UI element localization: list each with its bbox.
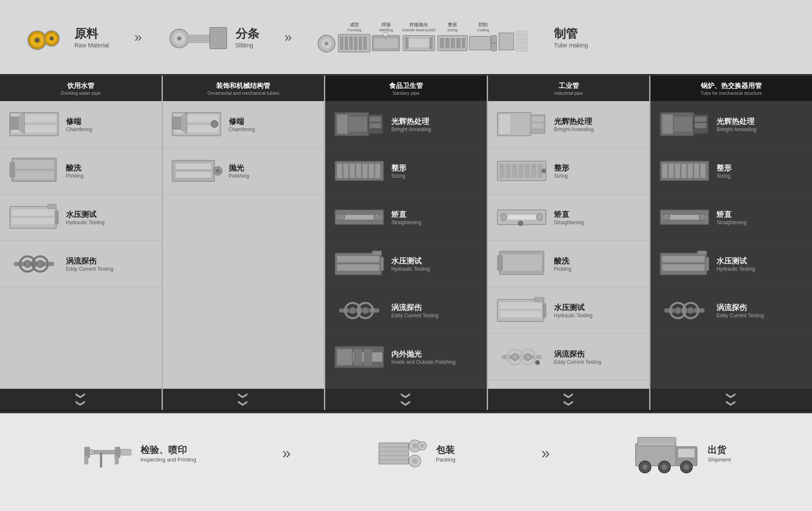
svg-rect-167 [681,164,686,178]
column-sanitary: 食品卫生管 Sanitary pipe 光辉热处理 [325,76,487,410]
svg-rect-109 [337,256,379,262]
outside-bead-stage: 焊接抛光 Outside beed polish [402,22,436,54]
process-inout-3: 内外抛光 Inside and Outside Polishing [325,334,487,380]
svg-point-184 [687,307,694,314]
column-footer-4: ❯❯ [488,389,650,410]
svg-rect-149 [543,304,546,317]
column-header-boiler: 锅炉、热交换器用管 Tube for mechanical structure [650,76,812,101]
column-body-drinking: 修端 Chamfering 酸洗 Pickling [0,101,162,389]
column-body-industrial: 光辉热处理 Bringht Annealing [488,101,650,389]
svg-point-221 [684,464,689,470]
column-header-drinking: 饮用水管 Drinking water pipe [0,76,162,101]
process-anneal-5: 光辉热处理 Bringht Annealing [650,101,812,148]
process-text-pickling-4: 酸洗 Pickling [554,256,571,272]
svg-point-155 [524,354,531,360]
svg-rect-103 [375,164,380,178]
svg-rect-121 [354,349,362,365]
inspect-label: 检验、喷印 Inspecting and Printing [140,444,196,463]
svg-point-78 [37,261,44,267]
svg-rect-59 [516,48,528,51]
svg-rect-170 [700,164,705,178]
anneal-img-3 [334,110,384,138]
process-text-pickling-1: 酸洗 Pickling [66,163,83,179]
svg-rect-148 [499,311,542,317]
svg-rect-176 [662,256,705,262]
svg-rect-127 [532,117,543,122]
svg-point-173 [663,214,670,220]
pickling-img-4 [497,250,547,277]
svg-rect-125 [511,117,529,132]
process-text-eddy-3: 涡流探伤 Eddy Current Testing [391,302,439,319]
chevron-icon-3: ❯❯ [401,392,411,407]
svg-rect-68 [10,162,15,177]
svg-point-140 [500,214,507,220]
straight-img-5 [659,203,710,231]
column-header-sanitary: 食品卫生管 Sanitary pipe [325,76,487,101]
svg-rect-210 [638,437,676,446]
svg-rect-179 [697,251,707,255]
svg-point-142 [518,221,523,226]
process-text-anneal-4: 光辉热处理 Bringht Annealing [554,116,594,132]
svg-rect-82 [172,117,181,129]
process-text-eddy-4: 涡流探伤 Eddy Current Testing [554,349,601,365]
svg-point-115 [349,307,356,314]
process-text-hydraulic-4: 水压测试 Hydraulic Testing [554,302,593,319]
eddy-img-3 [334,297,384,324]
svg-rect-99 [350,164,355,178]
bottom-arrow-1: » [282,445,291,462]
svg-point-205 [421,445,423,447]
svg-rect-51 [469,36,491,50]
svg-point-39 [384,32,388,36]
hydraulic-img-3 [334,250,384,277]
process-text-hydraulic-5: 水压测试 Hydraulic Testing [716,256,755,272]
slitting-icon [167,23,229,51]
process-anneal-4: 光辉热处理 Bringht Annealing [488,101,650,148]
process-eddy-5: 涡流探伤 Eddy Current Testing [650,287,812,334]
hydraulic-img-4 [497,297,547,324]
svg-rect-36 [363,36,367,50]
svg-rect-97 [337,164,342,178]
hydraulic-img-1 [8,203,59,231]
svg-rect-56 [516,35,528,38]
svg-rect-34 [354,36,357,50]
svg-rect-50 [462,38,465,48]
svg-rect-70 [12,209,54,216]
bottom-step-inspect: 检验、喷印 Inspecting and Printing [81,434,196,473]
svg-rect-195 [379,443,409,464]
process-chamfering-1: 修端 Chamfering [0,101,162,148]
sizing-img-3 [334,157,384,184]
process-text-polishing-2: 抛光 Polishing [229,163,250,179]
svg-rect-178 [706,257,709,271]
svg-point-29 [325,42,328,45]
svg-rect-38 [374,38,398,48]
process-text-chamfering-2: 修端 Chamfering [229,116,255,132]
svg-rect-67 [14,171,54,179]
svg-point-106 [338,214,345,220]
svg-point-208 [413,459,417,463]
svg-rect-165 [669,164,674,178]
polishing-img-2 [171,157,222,184]
svg-rect-102 [369,164,374,178]
eddy-img-1 [8,250,59,277]
svg-rect-98 [343,164,348,178]
svg-rect-94 [370,117,381,122]
process-text-hydraulic-1: 水压测试 Hydraulic Testing [66,209,104,225]
svg-rect-73 [48,204,56,209]
ship-label: 出货 Shipment [708,444,731,463]
process-text-inout-3: 内外抛光 Inside and Outside Polishing [391,349,455,365]
svg-rect-132 [512,164,517,178]
svg-rect-55 [516,31,528,34]
hydraulic-img-5 [659,250,710,277]
svg-point-3 [35,38,39,42]
forming-stage: 成型 Forming [338,22,370,54]
process-sizing-3: 整形 Sizing [325,148,487,194]
svg-rect-169 [694,164,699,178]
svg-rect-33 [349,36,353,50]
process-text-eddy-1: 涡流探伤 Eddy Current Testing [66,256,113,272]
pickling-img-1 [8,157,59,184]
chevron-icon-2: ❯❯ [238,392,249,407]
svg-point-217 [642,464,647,470]
process-straight-3: 矫直 Straightening [325,194,487,241]
arrow-1: » [134,29,142,45]
svg-rect-35 [359,36,362,50]
